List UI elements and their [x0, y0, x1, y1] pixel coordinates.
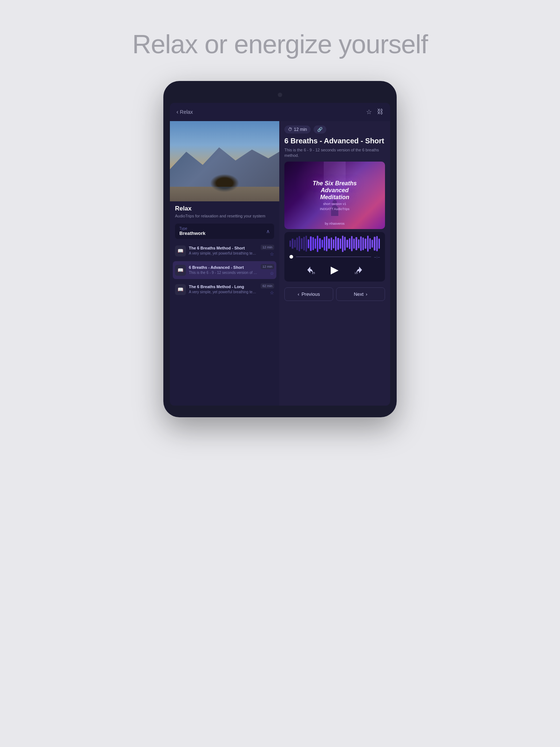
nav-bar: ‹ Relax ☆ ⛓ — [170, 103, 390, 121]
track-info: The 6 Breaths Method - Short A very simp… — [189, 246, 258, 256]
meta-row: ⏱ 12 min 🔗 — [284, 125, 385, 133]
wave-bar — [367, 236, 369, 252]
wave-bar — [308, 239, 309, 248]
list-item[interactable]: 📖 6 Breaths - Advanced - Short This is t… — [173, 261, 276, 279]
wave-bar — [360, 236, 362, 251]
wave-bar — [346, 240, 348, 248]
track-name: The 6 Breaths Method - Short — [189, 246, 258, 251]
wave-bar — [317, 236, 318, 252]
nav-icons: ☆ ⛓ — [366, 108, 384, 116]
album-subtitle: short version v1 — [313, 202, 357, 206]
type-section[interactable]: Type Breathwork ∧ — [175, 224, 274, 239]
back-label: Relax — [180, 109, 193, 115]
hero-image — [170, 121, 279, 201]
progress-time: --:-- — [374, 255, 380, 259]
player-controls: 15 ▶ 15 — [289, 262, 380, 278]
forward-label: 15 — [354, 271, 358, 275]
track-info: 6 Breaths - Advanced - Short This is the… — [189, 265, 258, 275]
track-book-icon: 📖 — [175, 265, 186, 276]
rewind-label: 15 — [312, 271, 315, 275]
section-name: Relax — [175, 205, 274, 212]
wave-bar — [358, 239, 359, 248]
tablet-camera — [278, 93, 282, 97]
favorite-icon[interactable]: ☆ — [270, 290, 274, 295]
wave-bar — [355, 237, 357, 250]
back-arrow-icon: ‹ — [176, 109, 178, 115]
previous-button[interactable]: ‹ Previous — [284, 287, 333, 301]
wave-bar — [331, 237, 332, 250]
favorite-icon[interactable]: ☆ — [270, 251, 274, 257]
track-list: 📖 The 6 Breaths Method - Short A very si… — [170, 242, 279, 298]
album-branding: INIXIATT AudioTrips — [313, 207, 357, 211]
progress-line — [296, 256, 371, 257]
time-badge: ⏱ 12 min — [284, 125, 311, 133]
favorite-icon[interactable]: ☆ — [270, 271, 274, 276]
mountain-scene — [170, 121, 279, 201]
forward-button[interactable]: 15 — [354, 264, 365, 275]
wave-bar — [315, 239, 316, 249]
section-title-area: Relax AudioTrips for relaxation and rese… — [170, 201, 279, 221]
page-title: Relax or energize yourself — [132, 29, 428, 59]
track-desc: This is the 6 - 9 - 12 seconds version o… — [189, 271, 258, 275]
wave-bar — [301, 238, 302, 249]
rewind-button[interactable]: 15 — [305, 264, 316, 275]
chevron-up-icon: ∧ — [266, 228, 270, 234]
audio-player: --:-- 15 ▶ — [284, 232, 385, 282]
right-top: ⏱ 12 min 🔗 6 Breaths - Advanced - Short … — [279, 121, 390, 162]
wave-bar — [349, 238, 350, 249]
list-item[interactable]: 📖 The 6 Breaths Method - Short A very si… — [173, 242, 276, 260]
wave-bar — [326, 236, 327, 251]
progress-bar-row[interactable]: --:-- — [289, 255, 380, 259]
star-icon[interactable]: ☆ — [366, 108, 372, 116]
wave-bar — [296, 237, 298, 250]
link-icon[interactable]: ⛓ — [377, 108, 384, 116]
wave-bar — [351, 236, 353, 251]
left-panel: Relax AudioTrips for relaxation and rese… — [170, 121, 279, 406]
duration-badge: 12 min — [261, 264, 274, 269]
wave-bar — [306, 236, 307, 252]
wave-bar — [344, 237, 346, 251]
right-panel: ⏱ 12 min 🔗 6 Breaths - Advanced - Short … — [279, 121, 390, 406]
wave-bar — [328, 239, 330, 249]
track-book-icon: 📖 — [175, 245, 186, 256]
link-badge[interactable]: 🔗 — [314, 125, 326, 133]
wave-bar — [337, 238, 339, 250]
next-label: Next — [354, 291, 363, 297]
track-book-icon: 📖 — [175, 284, 186, 295]
wave-bar — [289, 240, 291, 247]
section-desc: AudioTrips for relaxation and resetting … — [175, 213, 274, 218]
wave-bar — [374, 237, 375, 251]
track-meta: 62 min ☆ — [261, 283, 274, 295]
wave-bar — [378, 239, 380, 249]
clock-icon: ⏱ — [288, 127, 292, 132]
wave-bar — [322, 240, 323, 248]
tablet-device: ‹ Relax ☆ ⛓ — [163, 81, 397, 417]
album-art: The Six Breaths Advanced Meditation shor… — [284, 162, 385, 229]
album-title-line3: Meditation — [313, 194, 357, 201]
wave-bar — [292, 239, 293, 249]
duration-text: 12 min — [294, 127, 307, 132]
right-track-desc: This is the 6 - 9 - 12 seconds version o… — [284, 147, 385, 159]
track-meta: 12 min ☆ — [261, 245, 274, 257]
progress-dot — [289, 255, 293, 259]
wave-bar — [303, 237, 305, 251]
right-track-title: 6 Breaths - Advanced - Short — [284, 136, 385, 145]
track-desc: A very simple, yet powerful breathing te… — [189, 290, 258, 294]
wave-bar — [324, 237, 325, 251]
waveform — [289, 236, 380, 252]
next-button[interactable]: Next › — [336, 287, 385, 301]
type-section-content: Type Breathwork — [179, 227, 206, 236]
album-title-line1: The Six Breaths — [313, 180, 357, 187]
wave-bar — [369, 238, 371, 249]
track-info: The 6 Breaths Method - Long A very simpl… — [189, 285, 258, 294]
wave-bar — [342, 236, 343, 252]
previous-label: Previous — [302, 291, 320, 297]
back-button[interactable]: ‹ Relax — [176, 109, 193, 115]
list-item[interactable]: 📖 The 6 Breaths Method - Long A very sim… — [173, 280, 276, 298]
water-surface — [170, 187, 279, 201]
track-name: 6 Breaths - Advanced - Short — [189, 265, 258, 270]
wave-bar — [333, 239, 334, 248]
wave-bar — [353, 239, 355, 249]
play-button[interactable]: ▶ — [327, 262, 343, 278]
next-arrow-icon: › — [366, 291, 367, 297]
